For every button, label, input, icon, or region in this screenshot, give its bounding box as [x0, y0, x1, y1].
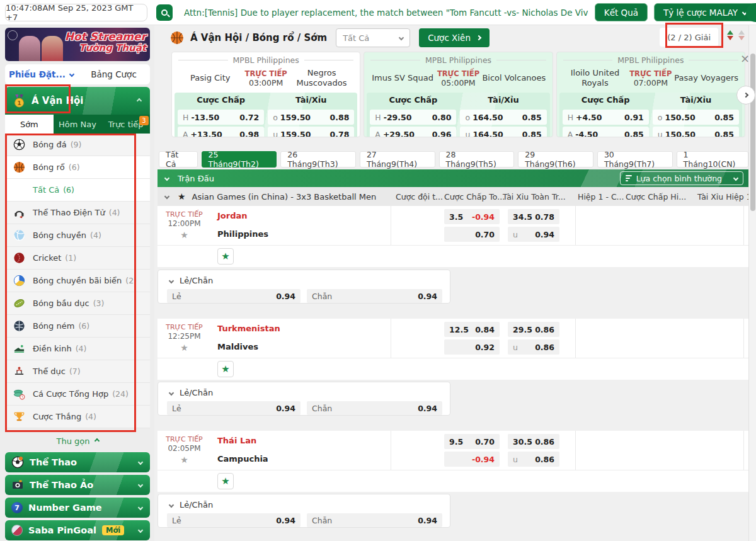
- sidebar-item-beach-volleyball[interactable]: Bóng chuyền bãi biển(2): [5, 270, 150, 292]
- odds-cell[interactable]: H+4.500.91: [563, 110, 649, 125]
- date-tab[interactable]: 28 Tháng9(Th5): [439, 151, 515, 168]
- featured-match-card[interactable]: MPBL Philippines Iloilo United Royals TR…: [556, 52, 745, 137]
- nav-sports-button[interactable]: Thể Thao: [5, 452, 150, 472]
- odds-cell-handicap-home[interactable]: 12.50.84: [444, 322, 500, 337]
- odds-cell-over[interactable]: 30.50.86: [508, 434, 559, 449]
- tab-bet-slip[interactable]: Phiếu Đặt...: [5, 69, 77, 79]
- sidebar-item-athletics[interactable]: Điền kinh(4): [5, 338, 150, 360]
- sidebar-item-outright[interactable]: Cược Thắng(4): [5, 406, 150, 428]
- odds-cell-under[interactable]: u0.94: [508, 227, 559, 242]
- handball-icon: [13, 320, 25, 332]
- sidebar-item-esports[interactable]: Thể Thao Điện Tử(4): [5, 202, 150, 224]
- date-tab[interactable]: 25 Tháng9(Th2): [202, 151, 277, 168]
- parlay-bet-button[interactable]: Cược Xiên: [419, 28, 490, 47]
- sort-icon-inactive[interactable]: [738, 30, 745, 40]
- chevron-down-icon[interactable]: [164, 194, 169, 199]
- sidebar-item-volleyball[interactable]: Bóng chuyền(4): [5, 224, 150, 247]
- tab-bet-board[interactable]: Bảng Cược: [77, 69, 150, 79]
- hot-streamer-banner[interactable]: Hot Streamer Tường Thuật: [5, 28, 150, 61]
- odds-cell-odd[interactable]: Lẻ0.94: [167, 513, 301, 527]
- odds-cell[interactable]: A+29.500.96: [370, 127, 456, 137]
- featured-match-card[interactable]: MPBL Philippines Imus SV Squad TRỰC TIẾP…: [364, 52, 553, 137]
- odds-cell-even[interactable]: Chẵn0.94: [307, 513, 442, 527]
- basketball-icon: [13, 161, 25, 173]
- sidebar-item-rugby[interactable]: Bóng bầu dục(3): [5, 292, 150, 315]
- odds-cell-handicap-home[interactable]: 3.5-0.94: [444, 209, 500, 224]
- odds-cell[interactable]: o159.500.88: [268, 110, 354, 125]
- carousel-next-button[interactable]: [736, 86, 755, 105]
- chevron-down-icon[interactable]: [164, 176, 169, 181]
- scrollbar-thumb[interactable]: [750, 54, 755, 211]
- chevron-down-icon[interactable]: [169, 390, 174, 395]
- live-stream-star-button[interactable]: ★: [217, 248, 234, 265]
- date-tab[interactable]: 26 Tháng9(Th3): [280, 151, 356, 168]
- odds-cell-handicap-away[interactable]: 0.70: [444, 227, 500, 242]
- live-stream-star-button[interactable]: ★: [217, 473, 234, 489]
- odds-cell-under[interactable]: u0.86: [508, 339, 559, 355]
- featured-match-card[interactable]: MPBL Philippines Pasig City TRỰC TIẾP03:…: [171, 52, 360, 137]
- esports-icon: [13, 207, 25, 219]
- odds-cell[interactable]: H-29.500.80: [370, 110, 456, 125]
- nav-saba-pingoal-button[interactable]: Saba PinGoal Mới: [5, 520, 150, 540]
- odd-even-title: Lẻ/Chẵn: [180, 388, 213, 397]
- odds-cell-even[interactable]: Chẵn0.94: [307, 401, 442, 415]
- odds-cell[interactable]: u150.500.85: [653, 127, 739, 137]
- favorite-star-icon[interactable]: ★: [158, 455, 211, 465]
- odds-cell-under[interactable]: u0.86: [508, 452, 559, 467]
- results-button[interactable]: Kết Quả: [595, 3, 648, 21]
- search-button[interactable]: [156, 4, 173, 21]
- view-mode-select[interactable]: Lựa chọn bình thường: [620, 171, 743, 185]
- collapse-button[interactable]: Thu gọn: [5, 431, 150, 450]
- tab-live[interactable]: Trực tiếp3: [101, 115, 150, 134]
- odds-cell[interactable]: H-13.500.72: [178, 110, 264, 125]
- odds-cell-handicap-away[interactable]: -0.94: [444, 452, 500, 467]
- favorite-star-icon[interactable]: ★: [158, 230, 211, 240]
- date-tab[interactable]: 29 Tháng9(Th6): [518, 151, 593, 168]
- date-tab-all[interactable]: Tất Cả: [159, 151, 198, 168]
- sidebar-item-basketball-all[interactable]: Tất Cả(6): [5, 179, 150, 202]
- date-tab[interactable]: 27 Tháng9(Th4): [360, 151, 435, 168]
- odds-format-select[interactable]: Tỷ lệ cược MALAY: [654, 3, 756, 21]
- chevron-down-icon[interactable]: [169, 278, 174, 283]
- column-over-under-ft: Tài Xỉu Toàn Tr...: [503, 192, 566, 202]
- nav-virtual-sports-button[interactable]: Thể Thao Ảo: [5, 475, 150, 495]
- favorite-star-icon[interactable]: ★: [178, 191, 186, 202]
- odds-cell-handicap-away[interactable]: 0.92: [444, 339, 500, 355]
- tab-early[interactable]: Sớm: [5, 115, 54, 134]
- league-header-row[interactable]: ★ Asian Games (in China) - 3x3 Basketbal…: [158, 187, 748, 206]
- sidebar-item-cricket[interactable]: Cricket(1): [5, 247, 150, 270]
- odds-cell-odd[interactable]: Lẻ0.94: [167, 401, 301, 415]
- sidebar-item-mix-parlay[interactable]: Cá Cược Tổng Hợp(24): [5, 383, 150, 406]
- sidebar-item-basketball[interactable]: Bóng rổ(6): [5, 156, 150, 179]
- odds-cell-odd[interactable]: Lẻ0.94: [167, 289, 301, 303]
- odds-cell[interactable]: o164.500.85: [460, 110, 546, 125]
- odds-cell[interactable]: A-4.500.85: [563, 127, 649, 137]
- date-tab[interactable]: 30 Tháng9(Th7): [597, 151, 673, 168]
- odds-cell[interactable]: u159.500.78: [268, 127, 354, 137]
- odds-cell-handicap-home[interactable]: 9.50.70: [444, 434, 500, 449]
- sidebar-item-gymnastics[interactable]: Thể dục(7): [5, 360, 150, 383]
- live-stream-star-button[interactable]: ★: [217, 361, 234, 377]
- odds-cell[interactable]: o150.500.85: [653, 110, 739, 125]
- favorite-star-icon[interactable]: ★: [158, 343, 211, 353]
- odds-cell[interactable]: A+13.500.98: [178, 127, 264, 137]
- nav-number-game-button[interactable]: 7 Number Game: [5, 498, 150, 518]
- odds-cell[interactable]: u164.500.85: [460, 127, 546, 137]
- odds-cell-over[interactable]: 34.50.78: [508, 209, 559, 224]
- chevron-down-icon: [138, 528, 143, 533]
- date-tab[interactable]: 1 Tháng10(CN): [677, 151, 748, 168]
- odds-cell-over[interactable]: 29.50.86: [508, 322, 559, 337]
- league-filter-select[interactable]: Tất Cả: [336, 28, 410, 47]
- event-header-asian-games[interactable]: 1 Á Vận Hội: [5, 87, 150, 115]
- tab-today[interactable]: Hôm Nay: [54, 115, 102, 134]
- match-row: TRỰC TIẾP 02:05PM ★ Thái Lan Campuchia 9…: [158, 431, 748, 492]
- chevron-down-icon[interactable]: [169, 502, 174, 507]
- odds-cell-even[interactable]: Chẵn0.94: [307, 289, 442, 303]
- sort-icon[interactable]: [727, 30, 733, 40]
- featured-league-name: MPBL Philippines: [563, 55, 738, 65]
- odd-even-panel: Lẻ/Chẵn Lẻ0.94 Chẵn0.94: [158, 270, 450, 304]
- top-bar: 10:47:08AM Sep 25, 2023 GMT +7 Attn:[Ten…: [0, 0, 756, 25]
- sidebar-item-soccer[interactable]: Bóng đá(9): [5, 134, 150, 156]
- match-row: TRỰC TIẾP 12:25PM ★ Turkmenistan Maldive…: [158, 319, 748, 380]
- sidebar-item-handball[interactable]: Bóng ném(6): [5, 315, 150, 338]
